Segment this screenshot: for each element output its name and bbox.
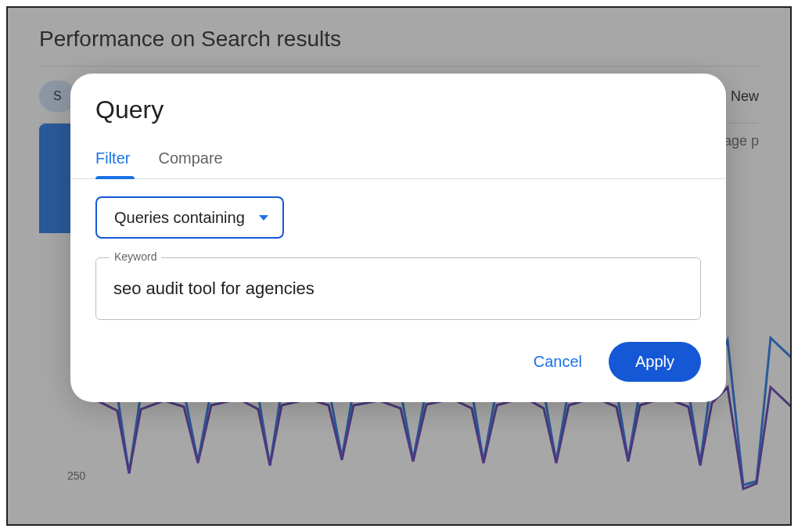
keyword-field-wrap: Keyword [95, 257, 701, 320]
keyword-field-label: Keyword [110, 250, 161, 263]
query-dialog: Query Filter Compare Queries containing … [70, 74, 726, 402]
cancel-button[interactable]: Cancel [527, 345, 588, 379]
app-frame: Performance on Search results S New Aver… [6, 6, 792, 526]
apply-button[interactable]: Apply [609, 342, 701, 382]
dialog-body: Queries containing Keyword [70, 179, 726, 320]
match-type-select[interactable]: Queries containing [95, 196, 284, 239]
keyword-input[interactable] [95, 257, 701, 320]
dialog-actions: Cancel Apply [70, 320, 726, 382]
caret-down-icon [259, 215, 268, 221]
viewport: Performance on Search results S New Aver… [0, 0, 798, 532]
tab-filter[interactable]: Filter [95, 145, 130, 178]
dialog-title: Query [70, 95, 726, 124]
match-type-label: Queries containing [114, 209, 245, 227]
tab-compare[interactable]: Compare [158, 145, 222, 178]
dialog-tabs: Filter Compare [70, 145, 726, 179]
